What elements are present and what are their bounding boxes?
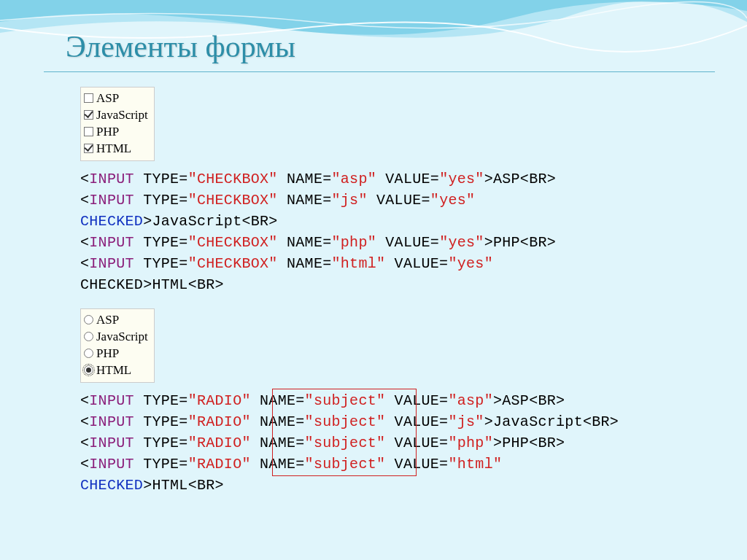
cb-label: PHP <box>96 125 119 139</box>
radio-code: <INPUT TYPE="RADIO" NAME="subject" VALUE… <box>80 390 703 496</box>
code-line: <INPUT TYPE="RADIO" NAME="subject" VALUE… <box>80 432 703 454</box>
radio-icon <box>84 349 93 358</box>
checkbox-icon <box>84 93 93 103</box>
cb-label: HTML <box>96 141 131 155</box>
radio-icon <box>84 365 93 375</box>
rb-label: PHP <box>96 346 119 360</box>
cb-row: JavaScript <box>84 107 148 124</box>
code-line: <INPUT TYPE="CHECKBOX" NAME="js" VALUE="… <box>80 190 703 211</box>
rb-label: JavaScript <box>96 330 148 343</box>
code-line: <INPUT TYPE="RADIO" NAME="subject" VALUE… <box>80 454 703 475</box>
title-underline <box>44 71 715 72</box>
code-line: CHECKED>HTML<BR> <box>80 475 703 496</box>
code-line: CHECKED>JavaScript<BR> <box>80 211 703 232</box>
radio-icon <box>84 315 93 324</box>
code-line: <INPUT TYPE="RADIO" NAME="subject" VALUE… <box>80 390 703 411</box>
code-line: CHECKED>HTML<BR> <box>80 274 703 295</box>
code-line: <INPUT TYPE="CHECKBOX" NAME="php" VALUE=… <box>80 232 703 253</box>
code-line: <INPUT TYPE="CHECKBOX" NAME="html" VALUE… <box>80 253 703 274</box>
checkbox-code: <INPUT TYPE="CHECKBOX" NAME="asp" VALUE=… <box>80 168 703 295</box>
cb-row: ASP <box>84 90 148 107</box>
slide-title: Элементы формы <box>44 29 703 64</box>
rb-label: HTML <box>96 363 131 377</box>
cb-row: PHP <box>84 124 148 141</box>
code-line: <INPUT TYPE="RADIO" NAME="subject" VALUE… <box>80 411 703 432</box>
radio-icon <box>84 332 93 341</box>
checkbox-icon <box>84 144 93 153</box>
checkbox-icon <box>84 110 93 120</box>
code-line: <INPUT TYPE="CHECKBOX" NAME="asp" VALUE=… <box>80 168 703 190</box>
cb-label: JavaScript <box>96 108 148 122</box>
checkbox-icon <box>84 127 93 136</box>
cb-label: ASP <box>96 91 119 105</box>
rb-row: ASP <box>84 312 148 329</box>
rb-row: HTML <box>84 362 148 379</box>
cb-row: HTML <box>84 141 148 158</box>
rb-label: ASP <box>96 313 119 327</box>
radio-example-box: ASP JavaScript PHP HTML <box>80 308 155 383</box>
checkbox-example-box: ASP JavaScript PHP HTML <box>80 87 155 161</box>
rb-row: JavaScript <box>84 329 148 346</box>
rb-row: PHP <box>84 346 148 362</box>
